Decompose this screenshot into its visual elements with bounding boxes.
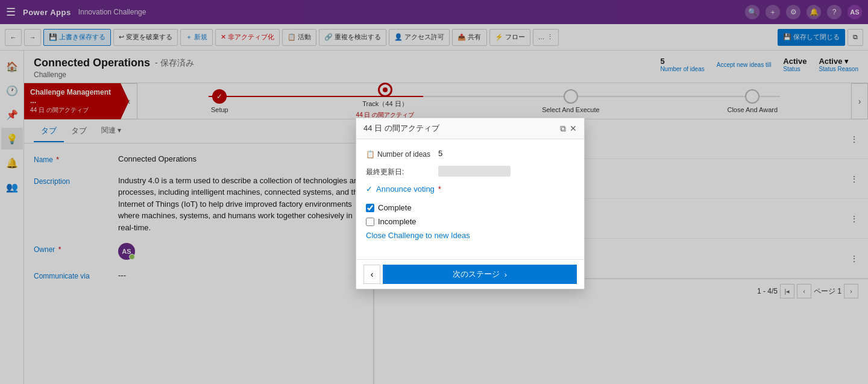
close-challenge-row: Close Challenge to new Ideas — [366, 231, 574, 240]
incomplete-label: Incomplete — [378, 217, 417, 226]
modal-header: 44 日 の間アクティブ ⧉ ✕ — [356, 118, 584, 139]
modal-overlay: 44 日 の間アクティブ ⧉ ✕ 📋 Number of ideas 5 最終更… — [0, 0, 868, 384]
modal-prev-btn[interactable]: ‹ — [363, 265, 380, 284]
incomplete-checkbox-row[interactable]: Incomplete — [366, 217, 574, 226]
modal-next-btn[interactable]: 次のステージ › — [383, 265, 577, 284]
announce-voting-label: Announce voting — [376, 184, 435, 194]
next-arrow-icon: › — [505, 270, 507, 279]
incomplete-checkbox[interactable] — [366, 218, 374, 226]
modal-expand-btn[interactable]: ⧉ — [560, 124, 566, 134]
modal-updated-field: 最終更新日: — [366, 166, 574, 177]
announce-voting-row: ✓ Announce voting * — [366, 184, 574, 198]
modal-updated-label: 最終更新日: — [366, 166, 438, 177]
complete-checkbox[interactable] — [366, 204, 374, 212]
modal-footer: ‹ 次のステージ › — [356, 259, 584, 289]
stage-modal: 44 日 の間アクティブ ⧉ ✕ 📋 Number of ideas 5 最終更… — [356, 118, 585, 289]
checkmark-icon: ✓ — [366, 184, 373, 194]
modal-close-btn[interactable]: ✕ — [570, 124, 577, 134]
complete-label: Complete — [378, 203, 412, 212]
modal-ideas-label: 📋 Number of ideas — [366, 149, 438, 159]
modal-body: 📋 Number of ideas 5 最終更新日: ✓ Announce vo… — [356, 139, 584, 259]
modal-ideas-field: 📋 Number of ideas 5 — [366, 149, 574, 159]
next-btn-label: 次のステージ — [453, 269, 500, 280]
close-challenge-link[interactable]: Close Challenge to new Ideas — [366, 231, 470, 240]
modal-controls: ⧉ ✕ — [560, 124, 577, 134]
modal-title: 44 日 の間アクティブ — [363, 123, 439, 134]
complete-checkbox-row[interactable]: Complete — [366, 203, 574, 212]
announce-required-star: * — [438, 184, 441, 194]
modal-updated-value — [438, 166, 511, 177]
modal-ideas-value: 5 — [438, 149, 574, 158]
